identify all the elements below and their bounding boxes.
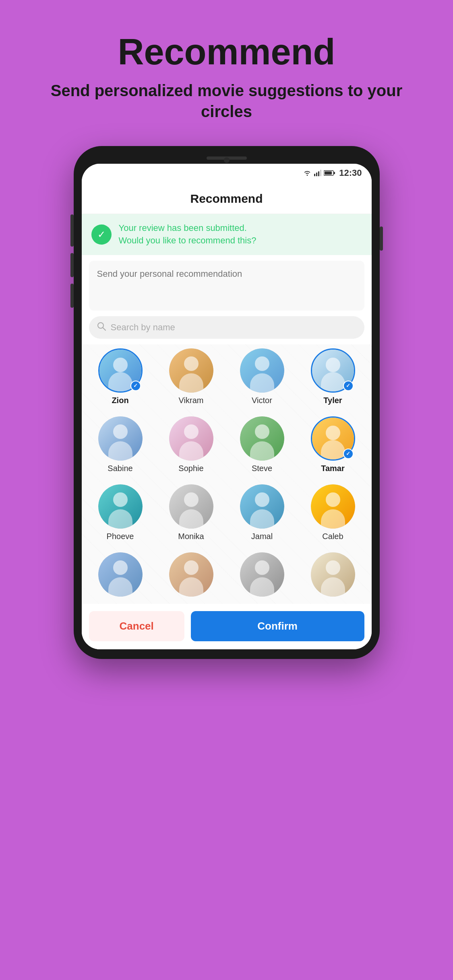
phone-shell: 12:30 Recommend ✓ Your review has been s…	[74, 146, 380, 659]
svg-rect-2	[318, 171, 319, 176]
contact-name: Tamar	[321, 464, 345, 473]
contact-item[interactable]: Sophie	[157, 412, 226, 477]
selected-badge: ✓	[343, 449, 354, 459]
contact-name: Phoeve	[107, 532, 134, 541]
contact-item[interactable]: ✓Tamar	[298, 412, 368, 477]
page-header: Recommend Send personalized movie sugges…	[0, 0, 453, 138]
vol-down-button	[70, 253, 74, 277]
contact-name: Tyler	[323, 396, 342, 405]
contact-name: Sabine	[108, 464, 132, 473]
svg-rect-1	[316, 173, 317, 176]
battery-icon	[324, 170, 335, 176]
selected-badge: ✓	[130, 381, 141, 391]
modal-header: Recommend	[82, 181, 372, 214]
svg-line-8	[103, 327, 105, 330]
success-banner: ✓ Your review has been submitted.Would y…	[82, 214, 372, 255]
recommendation-textarea[interactable]	[97, 269, 356, 301]
selected-badge: ✓	[343, 381, 354, 391]
phone-right-buttons	[380, 226, 383, 251]
contact-item[interactable]	[157, 548, 226, 604]
contact-item[interactable]	[228, 548, 297, 604]
page-title: Recommend	[24, 32, 429, 72]
contact-item[interactable]: Phoeve	[86, 480, 155, 545]
contact-item[interactable]: ✓Tyler	[298, 344, 368, 409]
power-button	[70, 214, 74, 247]
contact-item[interactable]: Steve	[228, 412, 297, 477]
front-camera	[224, 157, 230, 163]
action-bar: Cancel Confirm	[82, 604, 372, 649]
svg-rect-6	[334, 172, 335, 174]
status-bar: 12:30	[82, 164, 372, 181]
svg-rect-5	[325, 171, 332, 175]
contact-name: Victor	[252, 396, 272, 405]
signal-icon	[314, 170, 321, 176]
svg-rect-3	[320, 170, 321, 176]
status-time: 12:30	[339, 168, 362, 178]
phone-notch	[82, 156, 372, 164]
modal-sheet: Recommend ✓ Your review has been submitt…	[82, 181, 372, 649]
phone-screen: 12:30 Recommend ✓ Your review has been s…	[82, 164, 372, 649]
page-subtitle: Send personalized movie suggestions to y…	[24, 80, 429, 122]
contact-name: Monika	[178, 532, 204, 541]
contact-item[interactable]: Monika	[157, 480, 226, 545]
success-text: Your review has been submitted.Would you…	[119, 222, 256, 247]
contact-item[interactable]: Vikram	[157, 344, 226, 409]
contact-name: Jamal	[251, 532, 273, 541]
contact-item[interactable]: ✓Zion	[86, 344, 155, 409]
svg-rect-0	[314, 174, 315, 176]
wifi-icon	[303, 170, 312, 176]
contact-name: Steve	[252, 464, 272, 473]
volume-up-button	[380, 226, 383, 251]
phone-left-buttons	[70, 214, 74, 308]
contact-name: Vikram	[179, 396, 204, 405]
contact-name: Caleb	[322, 532, 343, 541]
contact-item[interactable]: Jamal	[228, 480, 297, 545]
success-checkmark-icon: ✓	[91, 224, 112, 245]
contact-item[interactable]	[298, 548, 368, 604]
recommendation-input-area[interactable]	[89, 261, 364, 311]
contacts-grid: ✓ZionVikramVictor✓TylerSabineSophieSteve…	[82, 344, 372, 604]
contact-name: Zion	[112, 396, 128, 405]
contact-item[interactable]	[86, 548, 155, 604]
contact-item[interactable]: Caleb	[298, 480, 368, 545]
vol-up-button	[70, 284, 74, 308]
modal-title: Recommend	[94, 192, 360, 206]
search-icon	[97, 322, 106, 333]
contact-item[interactable]: Victor	[228, 344, 297, 409]
contact-item[interactable]: Sabine	[86, 412, 155, 477]
search-placeholder: Search by name	[111, 322, 175, 333]
contact-name: Sophie	[178, 464, 203, 473]
cancel-button[interactable]: Cancel	[89, 611, 184, 641]
search-bar[interactable]: Search by name	[89, 316, 364, 339]
confirm-button[interactable]: Confirm	[191, 611, 364, 641]
status-icons: 12:30	[303, 168, 362, 178]
